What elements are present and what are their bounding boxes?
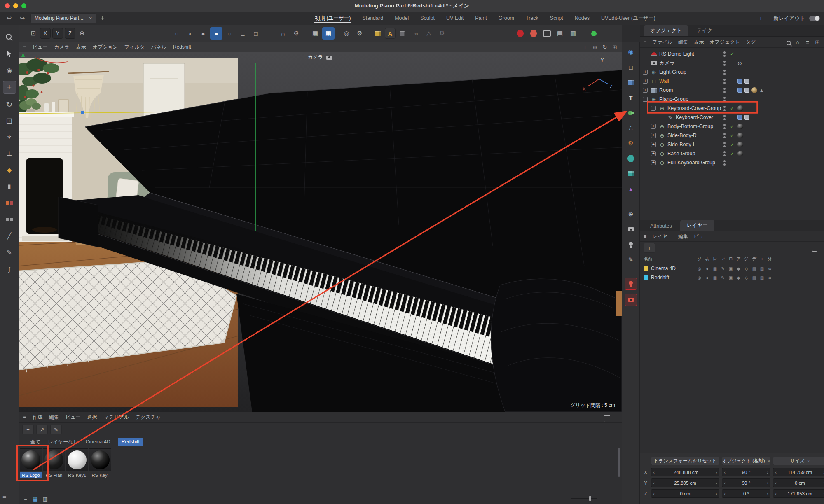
size-field-z[interactable]: ‹171.653 cm›	[773, 489, 824, 498]
viewport-canvas[interactable]: Y X Z カメラ グリッド間隔 : 5 cm	[19, 52, 622, 412]
layer-toggle-[interactable]: ∞	[766, 266, 774, 271]
cube-gold-icon[interactable]	[372, 27, 384, 40]
corner-axis-icon[interactable]: ∟	[236, 27, 249, 40]
expand-toggle-icon[interactable]: +	[651, 133, 656, 138]
layer-row-cinema-4d[interactable]: Cinema 4D◎●▦✎▣◆◇▤▥∞	[640, 264, 824, 273]
visibility-dots[interactable]	[722, 124, 727, 129]
menu-item-item-2[interactable]: 表示	[694, 39, 704, 46]
layer-toggle-[interactable]: ◇	[742, 275, 750, 280]
thumbnail-size-slider[interactable]	[571, 498, 597, 499]
expand-toggle-icon[interactable]: +	[643, 79, 648, 84]
particles-icon[interactable]: ∴	[625, 122, 637, 134]
visibility-dots[interactable]	[722, 61, 727, 66]
rs-light-icon[interactable]	[625, 278, 637, 290]
stepper-down-icon[interactable]: ‹	[722, 491, 727, 496]
visibility-dots[interactable]	[722, 88, 727, 93]
enabled-check-icon[interactable]: ✓	[729, 142, 735, 147]
view-toggle-icon[interactable]: ⊞	[611, 43, 618, 51]
col-h-item-0[interactable]: ソ	[695, 256, 703, 262]
object-row-base-group[interactable]: +⊕Base-Group✓	[640, 149, 824, 158]
visibility-dots[interactable]	[722, 51, 727, 57]
menu-item-item-2[interactable]: ビュー	[694, 233, 709, 240]
object-row-piano-group[interactable]: −⊕Piano-Group	[640, 95, 824, 104]
stepper-up-icon[interactable]: ›	[714, 481, 719, 485]
visibility-dots[interactable]	[722, 115, 727, 120]
object-row-keyboard-cover[interactable]: +✎Keyboard-Cover	[640, 113, 824, 122]
stepper-down-icon[interactable]: ‹	[773, 470, 778, 475]
film-view-icon[interactable]: ⊡	[27, 27, 40, 40]
layout-tab-script[interactable]: Script	[545, 12, 568, 25]
menu-item-item-0[interactable]: レイヤー	[652, 233, 672, 240]
visibility-dots[interactable]	[722, 151, 727, 156]
layer-toggle-[interactable]: ∞	[766, 275, 774, 280]
cube-gray-icon[interactable]	[396, 27, 409, 40]
sphere-dark-tag[interactable]	[737, 105, 743, 111]
home-icon[interactable]: ⌂	[794, 38, 802, 46]
col-h-item-9[interactable]: 外	[766, 256, 774, 262]
menu-item-item-4[interactable]: タグ	[746, 39, 756, 46]
render-settings-icon[interactable]: ▤	[554, 27, 566, 40]
add-layer-button[interactable]: +	[644, 243, 655, 253]
layer-toggle-[interactable]: ▥	[758, 275, 766, 280]
layout-tab-track[interactable]: Track	[521, 12, 543, 25]
enabled-check-icon[interactable]: ✓	[729, 124, 735, 129]
tag-blue-tag[interactable]	[737, 88, 742, 93]
expand-toggle-icon[interactable]: +	[651, 160, 656, 165]
material-hamburger-icon[interactable]: ≡	[23, 414, 26, 420]
expand-toggle-icon[interactable]: +	[643, 70, 648, 75]
material-thumbnail[interactable]	[43, 448, 65, 471]
om-tab-item-1[interactable]: テイク	[690, 25, 719, 36]
layout-tab-sculpt[interactable]: Sculpt	[415, 12, 440, 25]
rs-camera-icon[interactable]	[625, 294, 637, 306]
capsule-icon[interactable]: ◖	[184, 27, 196, 40]
sphere-dark-tag[interactable]	[737, 133, 743, 138]
light-icon[interactable]	[625, 239, 637, 250]
visibility-dots[interactable]	[722, 106, 727, 111]
object-row-rs-dome-light[interactable]: +RS Dome Light✓	[640, 49, 824, 58]
scale-tool-icon[interactable]: ⊡	[3, 114, 16, 127]
tweak-icon[interactable]: ◉	[3, 64, 16, 77]
visibility-dots[interactable]	[722, 160, 727, 166]
layer-toggle-[interactable]: ▦	[711, 266, 719, 271]
layout-tab-paint[interactable]: Paint	[470, 12, 492, 25]
layout-tab-model[interactable]: Model	[390, 12, 414, 25]
enabled-check-icon[interactable]: ✓	[729, 105, 735, 111]
enabled-check-icon[interactable]: ✓	[729, 51, 735, 57]
text-icon[interactable]: T	[625, 92, 637, 103]
camera-icon[interactable]	[625, 224, 637, 235]
layer-toggle-[interactable]: ▣	[727, 275, 735, 280]
brush-icon[interactable]: ▮	[3, 180, 16, 193]
pick-material-icon[interactable]: ✎	[50, 425, 62, 434]
stepper-up-icon[interactable]: ›	[822, 470, 824, 475]
layer-color-swatch[interactable]	[644, 266, 648, 271]
grid-view-icon[interactable]: ▦	[31, 495, 40, 502]
stepper-down-icon[interactable]: ‹	[651, 470, 656, 475]
spline-icon[interactable]: ∫	[3, 263, 16, 275]
layout-tab-uv-edit[interactable]: UV Edit	[441, 12, 468, 25]
new-layout-button[interactable]: 新レイアウト	[768, 14, 805, 22]
mm-tab-item-0[interactable]: 全て	[30, 439, 40, 446]
sphere-dark-tag[interactable]	[737, 142, 743, 147]
om-hamburger-icon[interactable]: ≡	[644, 39, 646, 45]
paint-pair-icon[interactable]	[3, 197, 16, 209]
layout-tab-standard[interactable]: Standard	[357, 12, 388, 25]
zoom-window-button[interactable]	[21, 3, 26, 8]
stepper-up-icon[interactable]: ›	[822, 481, 824, 485]
axis-btn-x[interactable]: X	[40, 28, 51, 39]
object-row-light-group[interactable]: +⊕Light-Group	[640, 68, 824, 77]
layer-toggle-[interactable]: ◇	[742, 266, 750, 271]
view-pan-icon[interactable]: +	[581, 43, 589, 51]
menu-item-item-3[interactable]: 選択	[87, 414, 97, 421]
position-field-x[interactable]: ‹-248.838 cm›	[651, 468, 719, 476]
layer-toggle-[interactable]: ◆	[735, 275, 742, 280]
menu-item-item-1[interactable]: 編集	[49, 414, 59, 421]
om-tab-attributes[interactable]: Attributes	[644, 221, 679, 231]
menu-item-item-1[interactable]: 編集	[678, 39, 688, 46]
minimize-window-button[interactable]	[13, 3, 18, 8]
cone-gray-tag[interactable]: ▲	[759, 88, 764, 93]
plane-gray-icon[interactable]: □	[250, 27, 262, 40]
knife-icon[interactable]: ╱	[3, 230, 16, 242]
rs-ipr-icon[interactable]	[527, 27, 540, 40]
material-rs-logo[interactable]: RS-Logo	[20, 448, 42, 478]
menu-item-item-1[interactable]: 編集	[678, 233, 688, 240]
